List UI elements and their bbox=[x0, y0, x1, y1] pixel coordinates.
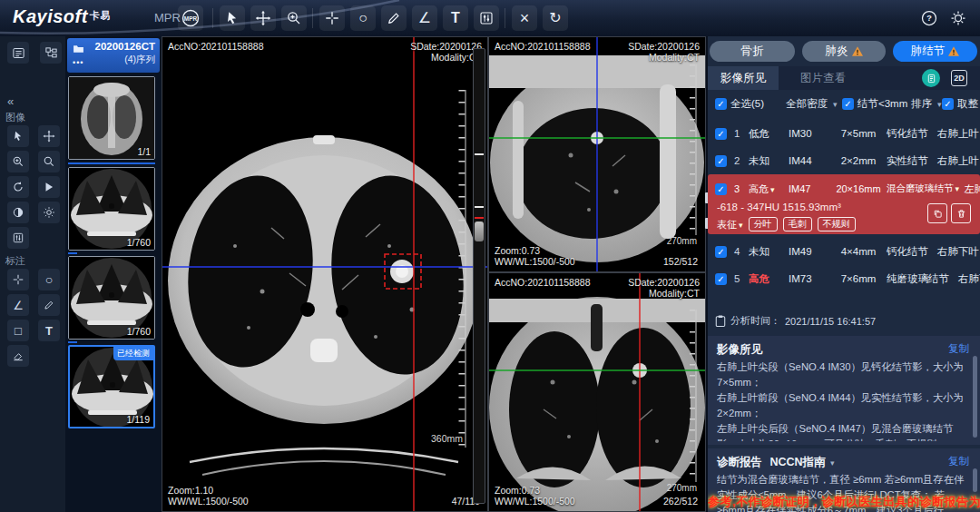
checkbox-checked[interactable]: ✓ bbox=[715, 183, 727, 195]
checkbox-checked[interactable]: ✓ bbox=[715, 155, 727, 167]
invert-contrast-button-side[interactable] bbox=[7, 202, 29, 223]
text-tool-button[interactable]: T bbox=[443, 5, 468, 31]
chevron-down-icon: ▾ bbox=[937, 100, 942, 109]
eraser-button[interactable] bbox=[7, 345, 29, 367]
2d-icon: 2D bbox=[954, 74, 965, 83]
series-panel: 20200126CT ••• (4)序列 1/1 bbox=[65, 36, 162, 512]
risk-dropdown[interactable]: 高危▾ bbox=[749, 182, 789, 196]
location-dropdown[interactable]: 左肺上叶▾ bbox=[959, 182, 980, 196]
finding-line: 右肺上叶前段（SeNO.4 IM44）见实性结节影，大小为2×2mm； bbox=[717, 390, 965, 421]
annotate-pencil-button[interactable] bbox=[38, 294, 60, 316]
feature-tag[interactable]: 毛刺 bbox=[783, 217, 812, 231]
report-icon bbox=[926, 74, 936, 84]
magnifier-button-side[interactable] bbox=[38, 151, 60, 172]
crosshair-tool-button[interactable] bbox=[319, 5, 345, 31]
mode-pneumonia-button[interactable]: 肺炎 bbox=[802, 41, 886, 62]
nodule-row-3-selected[interactable]: ✓ 3 高危▾ IM47 20×16mm 混合磨玻璃结节▾ 左肺上叶▾ -618… bbox=[708, 174, 980, 234]
sagittal-viewport[interactable]: 270mm AccNO:202101158888 SDate:20200126 … bbox=[488, 36, 706, 272]
feature-tag[interactable]: 不规则 bbox=[818, 217, 856, 231]
axial-viewport[interactable]: 360mm AccNO:202101158888 SDate:20200126 … bbox=[162, 36, 488, 512]
nodule-row-2[interactable]: ✓ 2 未知 IM44 2×2mm 实性结节 右肺上叶 bbox=[708, 147, 980, 174]
tab-findings[interactable]: 影像所见 bbox=[708, 66, 779, 90]
sort-dropdown[interactable]: 排序 ▾ bbox=[911, 97, 942, 111]
small-nodule-checkbox[interactable]: ✓ 结节<3mm bbox=[842, 97, 907, 111]
checkbox-checked[interactable]: ✓ bbox=[715, 273, 727, 285]
annotate-text-button[interactable]: T bbox=[38, 320, 60, 341]
mpr-mode-button[interactable]: MPR bbox=[178, 5, 203, 31]
collapse-sidebar-button[interactable]: « bbox=[7, 94, 14, 108]
checkbox-checked[interactable]: ✓ bbox=[715, 98, 727, 110]
series-thumbnail-2[interactable]: 1/760 bbox=[68, 167, 155, 251]
type-dropdown[interactable]: 混合磨玻璃结节▾ bbox=[887, 182, 959, 195]
ellipse-tool-button[interactable]: ○ bbox=[350, 5, 376, 31]
cine-play-button-side[interactable] bbox=[38, 176, 60, 198]
feature-tag[interactable]: 分叶 bbox=[749, 217, 778, 231]
pointer-icon bbox=[12, 130, 24, 143]
report-scrollbar[interactable] bbox=[973, 468, 977, 492]
nodule-location: 右肺上叶 bbox=[928, 127, 980, 141]
slider-thumb[interactable] bbox=[475, 222, 484, 241]
coronal-viewport[interactable]: 270mm AccNO:202101158888 SDate:20200126 … bbox=[488, 272, 706, 512]
nodule-row-1[interactable]: ✓ 1 低危 IM30 7×5mm 钙化结节 右肺上叶 bbox=[708, 120, 980, 147]
2d-toggle-button[interactable]: 2D bbox=[951, 70, 967, 86]
reset-view-button[interactable]: ↻ bbox=[543, 5, 568, 31]
checkbox-checked[interactable]: ✓ bbox=[715, 246, 727, 258]
panel-tabrow: 影像所见 图片查看 2D bbox=[708, 66, 980, 90]
mpr-label: MPR bbox=[154, 11, 181, 25]
series-thumbnail-1[interactable]: 1/1 bbox=[68, 76, 155, 160]
axial-slice-slider[interactable] bbox=[473, 48, 485, 504]
density-dropdown[interactable]: 全部密度 ▾ bbox=[786, 97, 838, 111]
annotate-ellipse-button[interactable]: ○ bbox=[38, 269, 60, 290]
layout-list-button[interactable] bbox=[7, 42, 29, 64]
nodule-row-4[interactable]: ✓ 4 未知 IM49 4×4mm 钙化结节 右肺下叶 bbox=[708, 238, 980, 265]
series-thumbnail-3[interactable]: 1/760 bbox=[68, 256, 155, 340]
tab-image-view[interactable]: 图片查看 bbox=[788, 66, 858, 90]
structure-tree-button[interactable] bbox=[40, 42, 62, 64]
nodule-risk: 高危 bbox=[749, 272, 789, 286]
copy-icon bbox=[933, 209, 943, 219]
annotate-angle-button[interactable]: ∠ bbox=[7, 294, 29, 316]
pointer-tool-button-side[interactable] bbox=[7, 125, 29, 147]
checkbox-checked[interactable]: ✓ bbox=[715, 128, 727, 140]
annotate-rect-button[interactable]: □ bbox=[7, 320, 29, 341]
toolbar-separator bbox=[312, 8, 313, 28]
zoom-tool-button[interactable] bbox=[281, 5, 307, 31]
window-level-button-side[interactable] bbox=[7, 227, 29, 249]
help-button[interactable]: ? bbox=[916, 5, 942, 31]
pencil-tool-button[interactable] bbox=[381, 5, 407, 31]
report-teal-button[interactable] bbox=[922, 69, 940, 87]
findings-scrollbar[interactable] bbox=[973, 356, 977, 438]
report-copy-button[interactable]: 复制 bbox=[948, 455, 969, 468]
series-thumbnail-4-selected[interactable]: 已经检测 1/119 bbox=[68, 345, 155, 428]
annotate-crosshair-button[interactable] bbox=[7, 269, 29, 290]
report-guide-dropdown[interactable]: NCCN指南 bbox=[769, 456, 825, 468]
pointer-tool-button[interactable] bbox=[220, 5, 245, 31]
window-level-button[interactable] bbox=[474, 5, 499, 31]
mode-lung-nodule-button[interactable]: 肺结节 bbox=[893, 41, 977, 62]
series-header[interactable]: 20200126CT ••• (4)序列 bbox=[67, 38, 160, 73]
round-checkbox[interactable]: ✓ 取整 bbox=[942, 97, 978, 111]
angle-tool-button[interactable]: ∠ bbox=[412, 5, 437, 31]
settings-button[interactable] bbox=[946, 5, 971, 31]
nodule-row-3-main[interactable]: ✓ 3 高危▾ IM47 20×16mm 混合磨玻璃结节▾ 左肺上叶▾ bbox=[708, 176, 980, 202]
feature-dropdown[interactable]: 表征▾ bbox=[717, 218, 743, 231]
nodule-row-5[interactable]: ✓ 5 高危 IM73 7×6mm 纯磨玻璃结节 右肺下叶 bbox=[708, 265, 980, 292]
pencil-icon bbox=[43, 299, 55, 311]
delete-nodule-button[interactable] bbox=[951, 203, 971, 223]
brightness-button-side[interactable] bbox=[38, 202, 60, 223]
pan-tool-button-side[interactable] bbox=[38, 125, 60, 147]
nodule-type: 钙化结节 bbox=[887, 245, 928, 259]
mode-fracture-button[interactable]: 骨折 bbox=[710, 41, 795, 62]
checkbox-checked[interactable]: ✓ bbox=[842, 98, 854, 110]
nodule-location: 左肺上叶 bbox=[965, 183, 980, 194]
checkbox-checked[interactable]: ✓ bbox=[942, 98, 954, 110]
rotate-button-side[interactable] bbox=[7, 176, 29, 198]
delete-annotation-button[interactable]: × bbox=[512, 5, 537, 31]
series-menu-dots[interactable]: ••• bbox=[73, 58, 83, 67]
findings-copy-button[interactable]: 复制 bbox=[948, 342, 969, 356]
top-toolbar: Kayisoft卡易 MPR MPR bbox=[0, 0, 980, 36]
copy-nodule-button[interactable] bbox=[927, 203, 947, 223]
select-all-checkbox[interactable]: ✓ 全选(5) bbox=[715, 97, 764, 111]
zoom-in-button-side[interactable] bbox=[7, 151, 29, 172]
pan-tool-button[interactable] bbox=[250, 5, 276, 31]
